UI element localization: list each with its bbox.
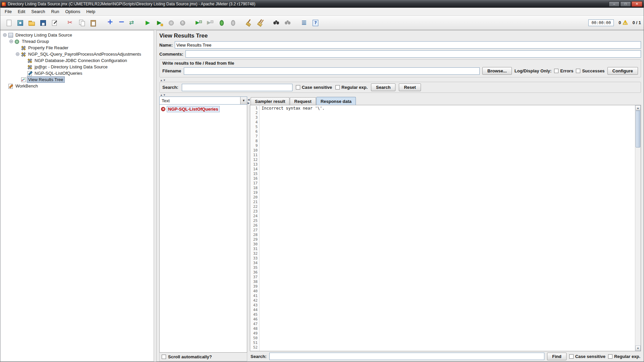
close-button[interactable]: ✕ [632, 1, 642, 7]
expand-all-button[interactable] [104, 17, 115, 28]
tab-sampler-result[interactable]: Sampler result [251, 97, 289, 105]
filename-input[interactable] [184, 67, 480, 75]
search-panel: Search: Case sensitive Regular exp. Sear… [159, 82, 641, 93]
jmeter-window: Directory Listing Data Source.jmx (C:\JM… [0, 0, 644, 362]
line-number: 9 [250, 143, 258, 148]
paste-button[interactable] [88, 17, 99, 28]
line-number: 45 [250, 312, 258, 317]
stop-button[interactable] [165, 17, 177, 28]
stop-debug-button[interactable] [227, 17, 238, 28]
collapse-all-button[interactable] [115, 17, 126, 28]
find-bar: Search: Find Case sensitive Regular exp. [250, 351, 641, 361]
name-input[interactable] [175, 41, 641, 49]
main-splitter[interactable] [154, 30, 156, 362]
tree-node-label: View Results Tree [27, 77, 64, 82]
result-item-row[interactable]: NGP-SQL-ListOfQueries [161, 106, 246, 112]
splitter-collapse-buttons-top[interactable]: ▲ ▼ [159, 79, 641, 82]
title-bar: Directory Listing Data Source.jmx (C:\JM… [0, 0, 644, 8]
tree-expand-toggle[interactable] [16, 52, 19, 56]
dropdown-arrow-icon[interactable]: ▼ [240, 97, 247, 104]
response-text[interactable]: Incorrect syntax near '\'. [260, 105, 635, 351]
tree-node-view-results-tree[interactable]: View Results Tree [1, 76, 153, 83]
results-split-pane: Text ▼ NGP-SQL-ListOfQueries Scroll auto… [159, 97, 641, 361]
view-mode-select[interactable]: Text ▼ [159, 97, 247, 105]
tree-node-ngp-database-jdbc-connection-configuration[interactable]: NGP Database-JDBC Connection Configurati… [1, 57, 153, 64]
browse-button[interactable]: Browse... [482, 67, 512, 75]
shutdown-button[interactable] [177, 17, 188, 28]
line-number-gutter: 1234567891011121314151617181920212223242… [250, 105, 260, 351]
remote-start-all-button[interactable] [204, 17, 216, 28]
case-sensitive-checkbox[interactable] [296, 85, 300, 89]
line-number: 46 [250, 317, 258, 322]
search-button[interactable] [271, 17, 282, 28]
menu-search[interactable]: Search [28, 8, 48, 15]
tree-node-jp-gc-directory-listing-data-source[interactable]: jp@gc - Directory Listing Data Source [1, 64, 153, 70]
splitter-collapse-buttons-bottom[interactable]: ▲ ▼ [159, 94, 641, 97]
tree-expand-toggle[interactable] [3, 33, 7, 37]
menu-file[interactable]: File [2, 8, 15, 15]
save-icon [39, 19, 47, 26]
clear-all-button[interactable] [255, 17, 266, 28]
menu-edit[interactable]: Edit [15, 8, 28, 15]
new-file-button[interactable] [3, 17, 14, 28]
results-column-splitter[interactable]: ◀ ▶ [247, 97, 250, 361]
tree-node-ngp-sql-query-payrollprocessandprocessadjustments[interactable]: NGP_SQL-Query_PayrollProcessAndProcessAd… [1, 51, 153, 57]
menu-run[interactable]: Run [48, 8, 62, 15]
tree-node-workbench[interactable]: WorkBench [1, 83, 153, 89]
line-number: 1 [250, 106, 258, 111]
save-button[interactable] [37, 17, 49, 28]
results-right-column: Sampler resultRequestResponse data 12345… [250, 97, 641, 361]
tab-request[interactable]: Request [290, 97, 316, 105]
copy-button[interactable] [76, 17, 88, 28]
response-line [262, 242, 635, 247]
comments-input[interactable] [185, 50, 641, 58]
templates-button[interactable] [14, 17, 26, 28]
search-button[interactable]: Search [371, 83, 395, 91]
scroll-automatically-checkbox[interactable] [162, 355, 166, 359]
maximize-button[interactable]: □ [620, 1, 631, 7]
save-as-button[interactable] [49, 17, 60, 28]
minimize-button[interactable]: – [609, 1, 620, 7]
toggle-button[interactable] [126, 17, 138, 28]
log-error-counter[interactable]: 0 ⚠ [619, 20, 628, 25]
line-number: 49 [250, 331, 258, 336]
line-number: 10 [250, 148, 258, 153]
find-button[interactable]: Find [547, 353, 566, 360]
start-no-pauses-button[interactable] [154, 17, 165, 28]
menu-options[interactable]: Options [62, 8, 83, 15]
tree-node-thread-group[interactable]: Thread Group [1, 38, 153, 45]
response-line [262, 214, 635, 219]
window-title: Directory Listing Data Source.jmx (C:\JM… [8, 2, 606, 6]
tree-expand-toggle[interactable] [9, 40, 13, 43]
tree-node-property-file-reader[interactable]: Property File Reader [1, 45, 153, 51]
start-debug-icon [218, 19, 225, 26]
configure-button[interactable]: Configure [607, 67, 638, 75]
scroll-down-arrow[interactable]: ▼ [635, 346, 641, 351]
regular-exp-checkbox[interactable] [335, 85, 340, 89]
remote-start-button[interactable] [193, 17, 204, 28]
cut-button[interactable] [65, 17, 76, 28]
scroll-up-arrow[interactable]: ▲ [635, 105, 641, 111]
successes-checkbox[interactable] [576, 69, 580, 73]
search-input[interactable] [182, 84, 292, 91]
tab-response-data[interactable]: Response data [316, 97, 356, 105]
reset-button[interactable]: Reset [399, 83, 421, 91]
errors-checkbox[interactable] [554, 69, 558, 73]
help-button[interactable] [310, 17, 321, 28]
search-reset-button[interactable] [282, 17, 293, 28]
find-regular-exp-checkbox[interactable] [608, 354, 612, 359]
scrollbar-thumb[interactable] [636, 111, 640, 147]
clear-button[interactable] [243, 17, 255, 28]
tree-node-ngp-sql-listofqueries[interactable]: NGP-SQL-ListOfQueries [1, 70, 153, 76]
tree-node-directory-listing-data-source[interactable]: Directory Listing Data Source [1, 32, 153, 38]
response-line [262, 303, 635, 308]
start-button[interactable] [143, 17, 154, 28]
start-debug-button[interactable] [216, 17, 227, 28]
open-folder-button[interactable] [26, 17, 37, 28]
find-case-sensitive-checkbox[interactable] [569, 354, 574, 359]
response-line [262, 181, 635, 186]
scrollbar-track[interactable] [635, 111, 641, 346]
find-search-input[interactable] [269, 353, 544, 360]
function-helper-button[interactable] [298, 17, 310, 28]
menu-help[interactable]: Help [83, 8, 98, 15]
